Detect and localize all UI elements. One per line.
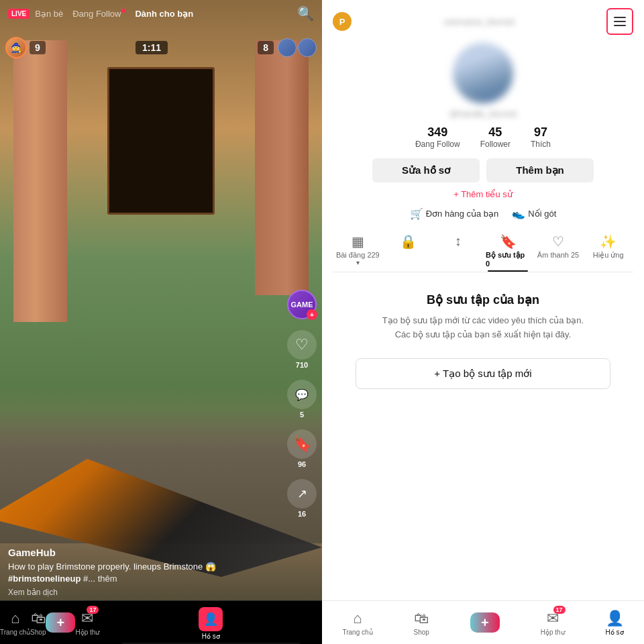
tab-ban-be[interactable]: Bạn bè — [35, 9, 63, 19]
follow-plus-badge: + — [307, 309, 317, 320]
hud-score-right: 8 — [258, 41, 274, 54]
orders-link[interactable]: 🛒 Đơn hàng của bạn — [410, 207, 499, 220]
effects-tab-label: Hiệu ứng — [593, 251, 624, 260]
sounds-tab-label: Âm thanh 25 — [537, 251, 579, 259]
dot-indicator — [121, 9, 125, 13]
bottom-navigation-left: ⌂ Trang chủ 🛍 Shop + ✉ 17 Hộp thư 👤 Hồ s… — [0, 600, 322, 644]
hud-timer: 1:11 — [136, 41, 168, 54]
comment-button[interactable]: 💬 5 — [287, 380, 317, 419]
shoe-icon: 👟 — [512, 207, 525, 220]
nav-shop-label: Shop — [30, 629, 46, 636]
hud-left-side: 🧙 9 — [5, 37, 46, 58]
rnav-profile[interactable]: 👤 Hồ sơ — [606, 610, 624, 636]
orders-label: Đơn hàng của bạn — [426, 209, 499, 219]
menu-button[interactable] — [606, 8, 633, 35]
effects-icon: ✨ — [600, 233, 616, 250]
following-count: 349 — [427, 125, 447, 140]
bookmark-icon: 🔖 — [287, 429, 317, 459]
caption-more: #... — [80, 574, 97, 584]
sound-icon: ♡ — [552, 233, 564, 250]
nav-home-label: Trang chủ — [0, 629, 30, 636]
profile-avatar[interactable] — [453, 43, 513, 103]
collection-icon: 🔖 — [500, 233, 517, 250]
collection-title: Bộ sưu tập của bạn — [427, 292, 539, 307]
rnav-home[interactable]: ⌂ Trang chủ — [342, 610, 372, 636]
tab-private[interactable]: 🔒 — [383, 228, 433, 272]
create-button[interactable]: + — [46, 612, 75, 633]
share-icon: ↗ — [287, 479, 317, 508]
nav-home[interactable]: ⌂ Trang chủ — [0, 610, 30, 636]
tab-dang-follow[interactable]: Đang Follow — [72, 9, 125, 19]
more-link[interactable]: thêm — [98, 574, 117, 584]
hud-avatar-right-2 — [298, 38, 317, 57]
nav-profile[interactable]: 👤 Hồ sơ — [99, 602, 322, 644]
nav-inbox[interactable]: ✉ 17 Hộp thư — [75, 610, 99, 636]
shop-icon-right: 🛍 — [414, 610, 429, 627]
profile-icon: 👤 — [199, 607, 223, 631]
followers-count: 45 — [488, 125, 502, 140]
hud-avatar-right-1 — [278, 38, 297, 57]
profile-content-tabs: ▦ Bài đăng 229 ▾ 🔒 ↕ 🔖 Bộ sưu tập 0 ♡ Âm… — [333, 228, 633, 272]
action-buttons: GAME + ♡ 710 💬 5 🔖 96 ↗ 16 — [287, 290, 317, 518]
lock-icon: 🔒 — [400, 233, 417, 250]
tab-repost[interactable]: ↕ — [433, 228, 483, 272]
create-button-right[interactable]: + — [470, 612, 500, 633]
home-icon: ⌂ — [11, 610, 19, 627]
creator-username[interactable]: GameHub — [8, 547, 274, 558]
inbox-badge: 17 — [87, 606, 99, 614]
add-friend-button[interactable]: Thêm bạn — [486, 158, 594, 182]
collections-tab-label: Bộ sưu tập 0 — [486, 251, 531, 268]
repost-icon: ↕ — [455, 233, 462, 249]
likes-label: Thích — [531, 140, 551, 149]
video-caption-area: GameHub How to play Brimstone properly. … — [0, 547, 282, 597]
tab-sounds[interactable]: ♡ Âm thanh 25 — [533, 228, 584, 272]
inbox-badge-right: 17 — [553, 606, 566, 614]
profile-p-badge: P — [333, 12, 352, 31]
translate-button[interactable]: Xem bản dịch — [8, 588, 274, 597]
bookmark-count: 96 — [298, 460, 306, 468]
nav-inbox-label: Hộp thư — [75, 629, 99, 636]
collections-content: Bộ sưu tập của bạn Tạo bộ sưu tập mới từ… — [322, 272, 644, 600]
stat-followers[interactable]: 45 Follower — [480, 125, 511, 149]
creator-avatar-button[interactable]: GAME + — [287, 290, 317, 319]
edit-profile-button[interactable]: Sửa hồ sơ — [372, 158, 480, 182]
rnav-shop[interactable]: 🛍 Shop — [413, 610, 429, 636]
add-bio-link[interactable]: + Thêm tiểu sử — [453, 189, 513, 199]
quick-links: 🛒 Đơn hàng của bạn 👟 Nối gót — [410, 207, 557, 220]
tab-collections[interactable]: 🔖 Bộ sưu tập 0 — [483, 228, 533, 272]
profile-header: P username_blurred @handle_blurred 349 Đ… — [322, 0, 644, 272]
video-caption: How to play Brimstone properly. lineups … — [8, 561, 274, 585]
nav-shop[interactable]: 🛍 Shop — [30, 610, 46, 636]
avatar-image — [453, 43, 513, 103]
rnav-profile-label: Hồ sơ — [606, 629, 624, 636]
stat-following[interactable]: 349 Đang Follow — [415, 125, 460, 149]
tab-danh-cho-ban[interactable]: Dành cho bạn — [135, 9, 193, 19]
rnav-inbox[interactable]: ✉ 17 Hộp thư — [541, 610, 565, 636]
hud-avatar-left: 🧙 — [5, 37, 27, 58]
left-panel: LIVE Bạn bè Đang Follow Dành cho bạn 🔍 🧙… — [0, 0, 322, 644]
search-icon[interactable]: 🔍 — [297, 5, 314, 21]
dropdown-chevron: ▾ — [356, 259, 360, 266]
bookmark-button[interactable]: 🔖 96 — [287, 429, 317, 468]
profile-top-bar: P username_blurred — [333, 8, 633, 35]
share-button[interactable]: ↗ 16 — [287, 479, 317, 518]
shop-icon: 🛍 — [31, 610, 46, 627]
noi-got-link[interactable]: 👟 Nối gót — [512, 207, 556, 220]
scene-door — [107, 67, 215, 215]
tab-posts[interactable]: ▦ Bài đăng 229 ▾ — [333, 228, 383, 272]
hashtag-brimstonelineup[interactable]: #brimstonelineup — [8, 574, 80, 584]
grid-icon: ▦ — [352, 233, 364, 250]
likes-count: 97 — [534, 125, 547, 140]
tab-effects[interactable]: ✨ Hiệu ứng — [583, 228, 633, 272]
stat-likes[interactable]: 97 Thích — [531, 125, 551, 149]
like-button[interactable]: ♡ 710 — [287, 330, 317, 369]
rnav-create[interactable]: + — [470, 612, 500, 633]
share-count: 16 — [298, 510, 306, 518]
create-collection-button[interactable]: + Tạo bộ sưu tập mới — [356, 358, 610, 389]
home-icon-right: ⌂ — [353, 610, 362, 627]
nav-create[interactable]: + — [46, 612, 75, 633]
right-panel: P username_blurred @handle_blurred 349 Đ… — [322, 0, 644, 644]
nav-profile-label: Hồ sơ — [202, 633, 220, 640]
cart-icon: 🛒 — [410, 207, 423, 220]
profile-action-buttons: Sửa hồ sơ Thêm bạn — [333, 158, 633, 182]
